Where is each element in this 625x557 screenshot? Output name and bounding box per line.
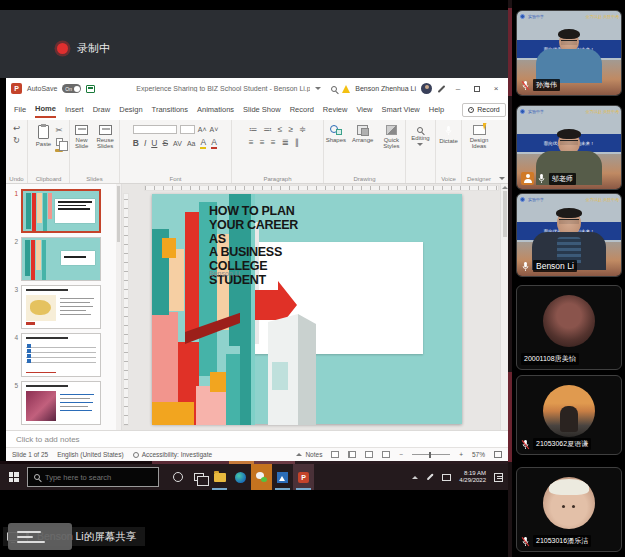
- participant-tile-6[interactable]: 21053016潘乐洁: [516, 467, 622, 552]
- participant-tile-3[interactable]: 面向优秀学生 规划未来！ 实验中学 全力以赴 决胜中考 Benson Li: [516, 193, 622, 277]
- sidebar-scrollbar[interactable]: [508, 0, 512, 557]
- bullets-icon[interactable]: ≔: [249, 125, 258, 134]
- slide-editor[interactable]: HOW TO PLAN YOUR CAREER AS A BUSINESS CO…: [152, 194, 462, 424]
- cut-icon[interactable]: ✂: [56, 126, 63, 135]
- numbering-icon[interactable]: ≕: [263, 125, 272, 134]
- zoom-out-button[interactable]: −: [399, 451, 403, 458]
- hidden-icons-chevron[interactable]: [412, 476, 418, 479]
- quick-styles-button[interactable]: Quick Styles: [377, 124, 405, 150]
- save-icon[interactable]: [86, 85, 95, 93]
- align-left-icon[interactable]: ≡: [249, 138, 254, 147]
- font-size-combobox[interactable]: [180, 125, 195, 134]
- slide-thumbnail-2[interactable]: [21, 237, 101, 281]
- columns-icon[interactable]: ∥: [295, 138, 299, 147]
- participant-tile-2[interactable]: 面向优秀学生 规划未来！ 实验中学 全力以赴 决胜中考 邬老师: [516, 105, 622, 190]
- shrink-font-icon[interactable]: A˅: [210, 126, 219, 133]
- dictate-button[interactable]: Dictate: [437, 124, 460, 145]
- character-spacing-icon[interactable]: AV: [173, 140, 182, 147]
- tab-review[interactable]: Review: [323, 102, 348, 117]
- justify-icon[interactable]: ≣: [282, 138, 289, 147]
- pen-tray-icon[interactable]: [427, 474, 434, 481]
- tab-animations[interactable]: Animations: [197, 102, 234, 117]
- taskbar-clock[interactable]: 8:19 AM 4/29/2022: [459, 470, 486, 485]
- powerpoint-taskbar-button[interactable]: P: [293, 464, 314, 490]
- task-view-button[interactable]: [188, 464, 209, 490]
- arrange-button[interactable]: Arrange: [350, 124, 375, 144]
- redo-icon[interactable]: ↻: [13, 136, 20, 145]
- tab-home[interactable]: Home: [35, 101, 56, 118]
- grow-font-icon[interactable]: A˄: [198, 126, 207, 133]
- tab-help[interactable]: Help: [429, 102, 444, 117]
- start-button[interactable]: [0, 464, 27, 490]
- undo-icon[interactable]: ↩: [13, 124, 20, 133]
- design-ideas-button[interactable]: Design Ideas: [464, 124, 494, 150]
- collapse-ribbon-icon[interactable]: [499, 177, 505, 180]
- highlight-color-button[interactable]: A: [200, 138, 206, 149]
- fit-to-window-button[interactable]: [494, 451, 502, 458]
- language-indicator[interactable]: English (United States): [57, 451, 123, 458]
- copy-icon[interactable]: [56, 138, 63, 146]
- font-name-combobox[interactable]: [133, 125, 177, 134]
- align-center-icon[interactable]: ≡: [260, 138, 265, 147]
- zoom-slider[interactable]: [412, 454, 450, 455]
- editing-button[interactable]: Editing: [409, 124, 431, 147]
- bold-button[interactable]: B: [133, 139, 139, 148]
- slide-sorter-view-button[interactable]: [348, 451, 356, 458]
- photos-button[interactable]: [272, 464, 293, 490]
- taskbar-search[interactable]: [27, 467, 159, 487]
- thumbnail-scrollbar[interactable]: [116, 184, 121, 430]
- reuse-slides-button[interactable]: Reuse Slides: [93, 124, 117, 150]
- slide-thumbnail-5[interactable]: [21, 381, 101, 425]
- slide-scrollbar[interactable]: [500, 184, 508, 430]
- participant-tile-1[interactable]: 面向优秀学生 规划未来！ 实验中学 全力以赴 决胜中考 孙海伟: [516, 10, 622, 96]
- file-explorer-button[interactable]: [209, 464, 230, 490]
- zoom-percent[interactable]: 57%: [472, 451, 485, 458]
- cortana-button[interactable]: [167, 464, 188, 490]
- line-spacing-icon[interactable]: ≑: [299, 125, 306, 134]
- indent-decrease-icon[interactable]: ≤: [278, 125, 283, 134]
- shapes-button[interactable]: Shapes: [324, 124, 348, 144]
- accessibility-status[interactable]: Accessibility: Investigate: [133, 451, 212, 458]
- font-color-button[interactable]: A: [211, 138, 217, 149]
- tab-slide-show[interactable]: Slide Show: [243, 102, 281, 117]
- underline-button[interactable]: U: [151, 139, 157, 148]
- pen-icon[interactable]: [438, 85, 446, 93]
- paste-button[interactable]: Paste: [34, 124, 53, 148]
- search-icon[interactable]: [331, 86, 337, 92]
- tab-design[interactable]: Design: [119, 102, 142, 117]
- participant-tile-4[interactable]: 20001108唐美怡: [516, 285, 622, 370]
- slide-thumbnail-1[interactable]: [21, 189, 101, 233]
- maximize-button[interactable]: [474, 86, 480, 92]
- slide-thumbnail-3[interactable]: [21, 285, 101, 329]
- account-avatar[interactable]: [421, 83, 432, 94]
- action-center-icon[interactable]: [494, 473, 503, 482]
- slide-thumbnail-4[interactable]: [21, 333, 101, 377]
- minimize-button[interactable]: –: [451, 84, 465, 93]
- zoom-in-button[interactable]: +: [459, 451, 463, 458]
- participant-tile-5[interactable]: 21053062夏语谦: [516, 375, 622, 455]
- tab-view[interactable]: View: [356, 102, 372, 117]
- close-button[interactable]: ×: [489, 84, 503, 93]
- normal-view-button[interactable]: [331, 451, 339, 458]
- tab-draw[interactable]: Draw: [93, 102, 111, 117]
- reading-view-button[interactable]: [365, 451, 373, 458]
- autosave-toggle[interactable]: On: [62, 84, 81, 93]
- floating-share-widget[interactable]: [8, 523, 72, 550]
- taskbar-search-input[interactable]: [45, 473, 145, 482]
- edge-button[interactable]: [230, 464, 251, 490]
- strikethrough-button[interactable]: S: [162, 139, 168, 148]
- record-button[interactable]: Record: [462, 103, 506, 117]
- tab-file[interactable]: File: [14, 102, 26, 117]
- align-right-icon[interactable]: ≡: [271, 138, 276, 147]
- slideshow-view-button[interactable]: [382, 451, 390, 458]
- italic-button[interactable]: I: [144, 139, 146, 148]
- display-tray-icon[interactable]: [442, 474, 451, 481]
- new-slide-button[interactable]: New Slide: [72, 124, 91, 150]
- title-dropdown-caret-icon[interactable]: [315, 87, 321, 90]
- notes-toggle[interactable]: Notes: [296, 451, 322, 458]
- tab-transitions[interactable]: Transitions: [152, 102, 188, 117]
- wechat-button[interactable]: [251, 464, 272, 490]
- change-case-icon[interactable]: Aa: [187, 140, 196, 147]
- notes-pane[interactable]: Click to add notes: [6, 430, 508, 447]
- tab-record[interactable]: Record: [290, 102, 314, 117]
